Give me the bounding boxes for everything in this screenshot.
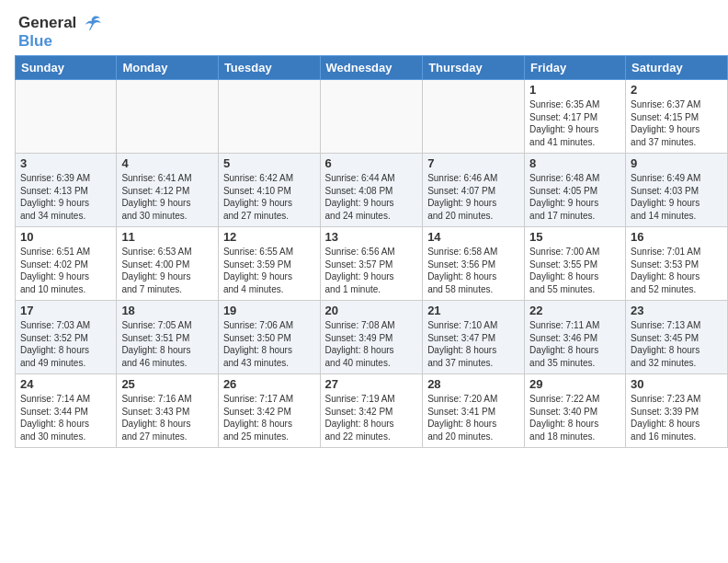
col-sunday: Sunday (16, 56, 117, 80)
day-number: 20 (325, 304, 418, 317)
day-info: Sunrise: 7:17 AM Sunset: 3:42 PM Dayligh… (223, 393, 315, 442)
calendar-cell (16, 80, 117, 154)
calendar-cell: 14Sunrise: 6:58 AM Sunset: 3:56 PM Dayli… (423, 227, 525, 301)
day-info: Sunrise: 7:23 AM Sunset: 3:39 PM Dayligh… (631, 393, 722, 442)
day-number: 8 (529, 156, 620, 170)
day-info: Sunrise: 7:20 AM Sunset: 3:41 PM Dayligh… (427, 393, 519, 442)
calendar-wrapper: Sunday Monday Tuesday Wednesday Thursday… (0, 55, 728, 455)
day-number: 18 (121, 304, 213, 317)
day-info: Sunrise: 7:06 AM Sunset: 3:50 PM Dayligh… (223, 319, 315, 369)
calendar-table: Sunday Monday Tuesday Wednesday Thursday… (15, 55, 728, 448)
day-info: Sunrise: 6:56 AM Sunset: 3:57 PM Dayligh… (325, 246, 418, 295)
calendar-cell: 7Sunrise: 6:46 AM Sunset: 4:07 PM Daylig… (423, 154, 525, 227)
col-monday: Monday (117, 56, 219, 80)
logo-text: General Blue (18, 14, 103, 51)
calendar-cell (423, 80, 525, 154)
logo: General Blue (18, 14, 103, 51)
calendar-cell: 8Sunrise: 6:48 AM Sunset: 4:05 PM Daylig… (525, 154, 626, 227)
calendar-cell: 30Sunrise: 7:23 AM Sunset: 3:39 PM Dayli… (626, 374, 728, 448)
day-info: Sunrise: 6:35 AM Sunset: 4:17 PM Dayligh… (529, 98, 620, 148)
calendar-cell: 19Sunrise: 7:06 AM Sunset: 3:50 PM Dayli… (218, 301, 320, 374)
day-number: 17 (20, 304, 111, 317)
day-info: Sunrise: 7:03 AM Sunset: 3:52 PM Dayligh… (20, 319, 111, 369)
col-saturday: Saturday (626, 56, 728, 80)
day-info: Sunrise: 7:22 AM Sunset: 3:40 PM Dayligh… (529, 393, 620, 442)
calendar-cell: 10Sunrise: 6:51 AM Sunset: 4:02 PM Dayli… (16, 227, 117, 301)
logo-bird-icon (83, 14, 103, 34)
calendar-cell: 5Sunrise: 6:42 AM Sunset: 4:10 PM Daylig… (218, 154, 320, 227)
day-number: 30 (631, 377, 722, 391)
day-number: 10 (20, 230, 111, 244)
calendar-week-row: 10Sunrise: 6:51 AM Sunset: 4:02 PM Dayli… (16, 227, 728, 301)
day-info: Sunrise: 6:41 AM Sunset: 4:12 PM Dayligh… (121, 172, 213, 222)
day-number: 13 (325, 230, 418, 244)
day-info: Sunrise: 7:13 AM Sunset: 3:45 PM Dayligh… (631, 319, 722, 369)
day-number: 5 (223, 156, 315, 170)
col-friday: Friday (525, 56, 626, 80)
day-number: 2 (631, 83, 722, 97)
calendar-week-row: 24Sunrise: 7:14 AM Sunset: 3:44 PM Dayli… (16, 374, 728, 448)
calendar-cell: 4Sunrise: 6:41 AM Sunset: 4:12 PM Daylig… (117, 154, 219, 227)
day-number: 14 (427, 230, 519, 244)
day-number: 19 (223, 304, 315, 317)
calendar-cell: 17Sunrise: 7:03 AM Sunset: 3:52 PM Dayli… (16, 301, 117, 374)
calendar-week-row: 3Sunrise: 6:39 AM Sunset: 4:13 PM Daylig… (16, 154, 728, 227)
calendar-cell: 13Sunrise: 6:56 AM Sunset: 3:57 PM Dayli… (320, 227, 423, 301)
calendar-cell: 20Sunrise: 7:08 AM Sunset: 3:49 PM Dayli… (320, 301, 423, 374)
day-number: 15 (529, 230, 620, 244)
day-info: Sunrise: 7:05 AM Sunset: 3:51 PM Dayligh… (121, 319, 213, 369)
calendar-cell: 1Sunrise: 6:35 AM Sunset: 4:17 PM Daylig… (525, 80, 626, 154)
calendar-cell (117, 80, 219, 154)
day-number: 28 (427, 377, 519, 391)
day-number: 1 (529, 83, 620, 97)
day-number: 3 (20, 156, 111, 170)
day-info: Sunrise: 7:11 AM Sunset: 3:46 PM Dayligh… (529, 319, 620, 369)
day-info: Sunrise: 7:10 AM Sunset: 3:47 PM Dayligh… (427, 319, 519, 369)
day-number: 23 (631, 304, 722, 317)
day-info: Sunrise: 6:44 AM Sunset: 4:08 PM Dayligh… (325, 172, 418, 222)
day-info: Sunrise: 7:19 AM Sunset: 3:42 PM Dayligh… (325, 393, 418, 442)
day-number: 9 (631, 156, 722, 170)
calendar-cell: 6Sunrise: 6:44 AM Sunset: 4:08 PM Daylig… (320, 154, 423, 227)
calendar-cell (320, 80, 423, 154)
day-number: 11 (121, 230, 213, 244)
day-info: Sunrise: 6:49 AM Sunset: 4:03 PM Dayligh… (631, 172, 722, 222)
day-number: 12 (223, 230, 315, 244)
header: General Blue (0, 0, 728, 55)
day-info: Sunrise: 6:39 AM Sunset: 4:13 PM Dayligh… (20, 172, 111, 222)
day-number: 4 (121, 156, 213, 170)
calendar-cell: 15Sunrise: 7:00 AM Sunset: 3:55 PM Dayli… (525, 227, 626, 301)
page-container: General Blue Sunday Monday Tuesday (0, 0, 728, 455)
day-info: Sunrise: 6:51 AM Sunset: 4:02 PM Dayligh… (20, 246, 111, 295)
day-info: Sunrise: 6:53 AM Sunset: 4:00 PM Dayligh… (121, 246, 213, 295)
day-number: 16 (631, 230, 722, 244)
calendar-cell: 28Sunrise: 7:20 AM Sunset: 3:41 PM Dayli… (423, 374, 525, 448)
calendar-week-row: 1Sunrise: 6:35 AM Sunset: 4:17 PM Daylig… (16, 80, 728, 154)
day-info: Sunrise: 7:01 AM Sunset: 3:53 PM Dayligh… (631, 246, 722, 295)
day-number: 25 (121, 377, 213, 391)
col-thursday: Thursday (423, 56, 525, 80)
calendar-cell: 25Sunrise: 7:16 AM Sunset: 3:43 PM Dayli… (117, 374, 219, 448)
calendar-cell: 18Sunrise: 7:05 AM Sunset: 3:51 PM Dayli… (117, 301, 219, 374)
day-info: Sunrise: 6:48 AM Sunset: 4:05 PM Dayligh… (529, 172, 620, 222)
day-number: 27 (325, 377, 418, 391)
col-wednesday: Wednesday (320, 56, 423, 80)
calendar-cell: 11Sunrise: 6:53 AM Sunset: 4:00 PM Dayli… (117, 227, 219, 301)
day-info: Sunrise: 6:42 AM Sunset: 4:10 PM Dayligh… (223, 172, 315, 222)
day-info: Sunrise: 7:08 AM Sunset: 3:49 PM Dayligh… (325, 319, 418, 369)
calendar-cell: 26Sunrise: 7:17 AM Sunset: 3:42 PM Dayli… (218, 374, 320, 448)
calendar-header-row: Sunday Monday Tuesday Wednesday Thursday… (16, 56, 728, 80)
calendar-week-row: 17Sunrise: 7:03 AM Sunset: 3:52 PM Dayli… (16, 301, 728, 374)
day-info: Sunrise: 6:37 AM Sunset: 4:15 PM Dayligh… (631, 98, 722, 148)
calendar-cell: 24Sunrise: 7:14 AM Sunset: 3:44 PM Dayli… (16, 374, 117, 448)
calendar-cell: 2Sunrise: 6:37 AM Sunset: 4:15 PM Daylig… (626, 80, 728, 154)
calendar-cell: 16Sunrise: 7:01 AM Sunset: 3:53 PM Dayli… (626, 227, 728, 301)
day-number: 21 (427, 304, 519, 317)
day-info: Sunrise: 6:58 AM Sunset: 3:56 PM Dayligh… (427, 246, 519, 295)
calendar-cell: 21Sunrise: 7:10 AM Sunset: 3:47 PM Dayli… (423, 301, 525, 374)
day-info: Sunrise: 6:55 AM Sunset: 3:59 PM Dayligh… (223, 246, 315, 295)
day-number: 7 (427, 156, 519, 170)
calendar-cell: 22Sunrise: 7:11 AM Sunset: 3:46 PM Dayli… (525, 301, 626, 374)
day-number: 29 (529, 377, 620, 391)
calendar-cell: 29Sunrise: 7:22 AM Sunset: 3:40 PM Dayli… (525, 374, 626, 448)
